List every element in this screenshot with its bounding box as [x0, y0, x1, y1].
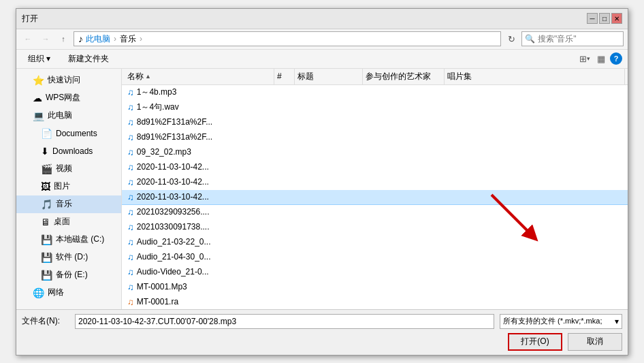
sidebar-item-label: 软件 (D:) — [56, 251, 88, 263]
dialog-title: 打开 — [22, 13, 38, 25]
open-button[interactable]: 打开(O) — [508, 333, 562, 351]
col-header-artist[interactable]: 参与创作的艺术家 — [363, 69, 445, 84]
path-separator-1: › — [114, 34, 116, 44]
bottom-bar: 文件名(N): 所有支持的文件 (*.mkv;*.mka; ▾ 打开(O) 取消 — [16, 309, 628, 355]
organize-label: 组织 — [28, 53, 44, 65]
file-icon: ♫ — [127, 192, 134, 202]
music-folder-icon: ♪ — [78, 33, 83, 44]
sidebar-item-label: 网络 — [48, 287, 64, 298]
file-icon: ♫ — [127, 147, 134, 157]
col-name-label: 名称 — [127, 71, 144, 82]
forward-button[interactable]: → — [38, 31, 53, 46]
minimize-button[interactable]: ─ — [587, 13, 598, 24]
file-name: 20210329093256.... — [137, 207, 210, 217]
col-album-label: 唱片集 — [447, 71, 472, 82]
table-row[interactable]: ♫ 2020-11-03-10-42... — [122, 190, 628, 205]
table-row[interactable]: ♫ 09_32_02.mp3 — [122, 145, 628, 160]
table-row[interactable]: ♫ Audio_21-03-22_0... — [122, 235, 628, 250]
sidebar-item-thispc[interactable]: 💻 此电脑 — [16, 107, 121, 125]
sidebar-item-network[interactable]: 🌐 网络 — [16, 284, 121, 302]
table-row[interactable]: ♫ Audio-Video_21-0... — [122, 265, 628, 280]
file-name: 8d91%2F131a%2F... — [137, 117, 212, 127]
table-row[interactable]: ♫ Audio_21-04-30_0... — [122, 250, 628, 265]
file-name: 2020-11-03-10-42... — [137, 192, 209, 202]
sidebar-item-videos[interactable]: 🎬 视频 — [16, 160, 121, 178]
refresh-button[interactable]: ↻ — [504, 31, 519, 46]
table-row[interactable]: ♫ MT-0001.Mp3 — [122, 280, 628, 295]
sidebar-item-downloads[interactable]: ⬇ Downloads — [16, 142, 121, 160]
music-icon: 🎵 — [41, 199, 52, 210]
wps-icon: ☁ — [33, 93, 42, 104]
filename-label: 文件名(N): — [22, 315, 69, 327]
col-header-num[interactable]: # — [274, 69, 295, 84]
filename-input[interactable] — [75, 314, 494, 329]
new-folder-button[interactable]: 新建文件夹 — [62, 51, 115, 67]
sidebar-item-music[interactable]: 🎵 音乐 — [16, 195, 121, 213]
back-button[interactable]: ← — [20, 31, 35, 46]
title-bar: 打开 ─ □ ✕ — [16, 9, 628, 29]
file-icon: ♫ — [127, 162, 134, 172]
sidebar-item-drive-d[interactable]: 💾 软件 (D:) — [16, 249, 121, 266]
sidebar-item-documents[interactable]: 📄 Documents — [16, 125, 121, 142]
table-row[interactable]: ♫ 2020-11-03-10-42... — [122, 175, 628, 190]
filetype-dropdown[interactable]: 所有支持的文件 (*.mkv;*.mka; ▾ — [500, 314, 622, 329]
up-button[interactable]: ↑ — [56, 31, 71, 46]
sidebar-item-label: 此电脑 — [48, 110, 72, 121]
view-icons: ⊞ ▾ ▦ ? — [577, 51, 622, 66]
file-name: Audio-Video_21-0... — [137, 267, 209, 277]
sidebar-item-drive-e[interactable]: 💾 备份 (E:) — [16, 266, 121, 284]
title-bar-left: 打开 — [22, 13, 38, 25]
view-dropdown-arrow: ▾ — [587, 55, 590, 62]
sidebar-item-pictures[interactable]: 🖼 图片 — [16, 178, 121, 195]
table-row[interactable]: ♫ 8d91%2F131a%2F... — [122, 115, 628, 130]
table-row[interactable]: ♫ 1～4句.wav — [122, 100, 628, 115]
cancel-button[interactable]: 取消 — [568, 333, 622, 351]
file-list-wrapper: 名称 ▲ # 标题 参与创作的艺术家 唱片集 ♫ — [122, 69, 628, 309]
close-button[interactable]: ✕ — [611, 13, 622, 24]
sidebar-item-drive-c[interactable]: 💾 本地磁盘 (C:) — [16, 231, 121, 249]
view-grid-button[interactable]: ⊞ ▾ — [577, 51, 592, 66]
refresh-icon: ↻ — [508, 34, 515, 44]
organize-arrow: ▾ — [46, 54, 50, 63]
documents-icon: 📄 — [41, 128, 52, 139]
help-button[interactable]: ? — [610, 52, 622, 65]
file-name: 8d91%2F131a%2F... — [137, 132, 212, 142]
drive-c-icon: 💾 — [41, 234, 52, 245]
sidebar-item-quick-access[interactable]: ⭐ 快速访问 — [16, 72, 121, 89]
sidebar-item-wps[interactable]: ☁ WPS网盘 — [16, 89, 121, 107]
help-icon: ? — [614, 54, 619, 63]
sidebar-item-desktop[interactable]: 🖥 桌面 — [16, 213, 121, 231]
organize-button[interactable]: 组织 ▾ — [22, 51, 57, 67]
file-icon: ♫ — [127, 237, 134, 247]
file-icon: ♫ — [127, 177, 134, 187]
open-dialog: 打开 ─ □ ✕ ← → ↑ ♪ 此电脑 › 音乐 › ↻ 🔍 — [16, 8, 628, 356]
file-icon: ♫ — [127, 297, 134, 307]
search-box[interactable]: 🔍 — [521, 31, 624, 46]
network-icon: 🌐 — [33, 287, 44, 298]
table-row[interactable]: ♫ MT-0001.ra — [122, 295, 628, 309]
address-bar[interactable]: ♪ 此电脑 › 音乐 › — [74, 31, 501, 46]
file-list[interactable]: ♫ 1～4b.mp3 ♫ 1～4句.wav ♫ 8d91%2F131a%2F..… — [122, 85, 628, 309]
view-detail-button[interactable]: ▦ — [594, 51, 609, 66]
maximize-button[interactable]: □ — [599, 13, 610, 24]
file-name: 1～4b.mp3 — [137, 86, 177, 98]
table-row[interactable]: ♫ 1～4b.mp3 — [122, 85, 628, 100]
col-header-title[interactable]: 标题 — [295, 69, 363, 84]
file-icon: ♫ — [127, 282, 134, 292]
file-name: 1～4句.wav — [137, 101, 179, 113]
table-row[interactable]: ♫ 2020-11-03-10-42... — [122, 160, 628, 175]
sidebar-item-label: 备份 (E:) — [56, 269, 88, 281]
col-header-name[interactable]: 名称 ▲ — [125, 69, 274, 84]
filetype-label: 所有支持的文件 (*.mkv;*.mka; — [503, 316, 602, 326]
back-icon: ← — [25, 35, 32, 43]
sidebar-item-label: Downloads — [52, 146, 93, 156]
table-row[interactable]: ♫ 20210329093256.... — [122, 205, 628, 220]
desktop-icon: 🖥 — [41, 217, 50, 227]
file-name: MT-0001.ra — [137, 297, 178, 306]
title-bar-controls: ─ □ ✕ — [587, 13, 622, 24]
view-grid-icon: ⊞ — [579, 54, 587, 64]
col-header-album[interactable]: 唱片集 — [445, 69, 625, 84]
table-row[interactable]: ♫ 20210330091738.... — [122, 220, 628, 235]
table-row[interactable]: ♫ 8d91%2F131a%2F... — [122, 130, 628, 145]
search-input[interactable] — [538, 34, 620, 44]
